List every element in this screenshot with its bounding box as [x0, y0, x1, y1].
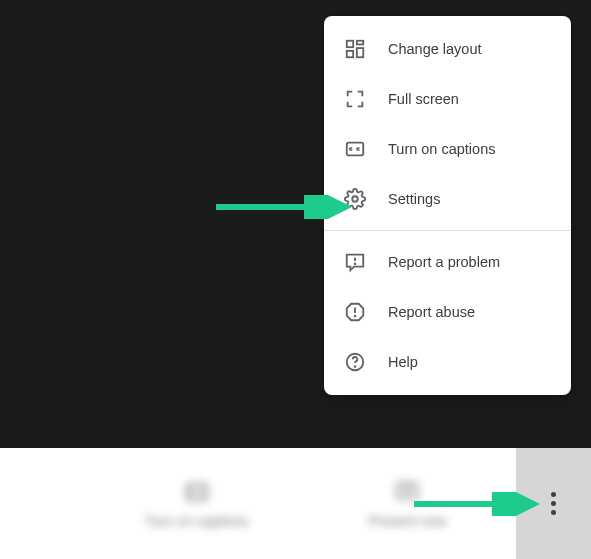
menu-item-help[interactable]: Help — [324, 337, 571, 387]
toolbar-captions-button[interactable]: Turn on captions — [145, 479, 249, 529]
menu-item-label: Report a problem — [388, 254, 500, 270]
layout-icon — [344, 38, 366, 60]
toolbar-button-label: Present now — [368, 513, 446, 529]
svg-rect-0 — [347, 41, 353, 47]
menu-item-report-abuse[interactable]: Report abuse — [324, 287, 571, 337]
svg-point-10 — [355, 316, 356, 317]
menu-item-settings[interactable]: Settings — [324, 174, 571, 224]
menu-item-label: Report abuse — [388, 304, 475, 320]
toolbar-present-button[interactable]: Present now — [368, 479, 446, 529]
menu-item-label: Full screen — [388, 91, 459, 107]
toolbar-button-label: Turn on captions — [145, 513, 249, 529]
menu-item-report-problem[interactable]: Report a problem — [324, 237, 571, 287]
svg-point-7 — [355, 263, 356, 264]
svg-point-5 — [352, 196, 358, 202]
menu-item-change-layout[interactable]: Change layout — [324, 24, 571, 74]
captions-icon — [344, 138, 366, 160]
menu-item-captions[interactable]: Turn on captions — [324, 124, 571, 174]
svg-point-12 — [355, 366, 356, 367]
report-icon — [344, 301, 366, 323]
more-options-button[interactable] — [516, 448, 591, 559]
menu-item-label: Turn on captions — [388, 141, 495, 157]
help-icon — [344, 351, 366, 373]
fullscreen-icon — [344, 88, 366, 110]
bottom-blur-group: Turn on captions Present now — [145, 479, 447, 529]
svg-rect-1 — [347, 51, 353, 57]
menu-item-label: Change layout — [388, 41, 482, 57]
more-options-menu: Change layout Full screen Turn on captio… — [324, 16, 571, 395]
feedback-icon — [344, 251, 366, 273]
bottom-toolbar: Turn on captions Present now — [0, 448, 591, 559]
svg-rect-2 — [357, 41, 363, 45]
menu-item-label: Settings — [388, 191, 440, 207]
more-vertical-icon — [551, 492, 556, 515]
menu-item-full-screen[interactable]: Full screen — [324, 74, 571, 124]
menu-item-label: Help — [388, 354, 418, 370]
gear-icon — [344, 188, 366, 210]
screenshot-stage: Change layout Full screen Turn on captio… — [0, 0, 591, 559]
svg-rect-3 — [357, 48, 363, 57]
menu-divider — [324, 230, 571, 231]
